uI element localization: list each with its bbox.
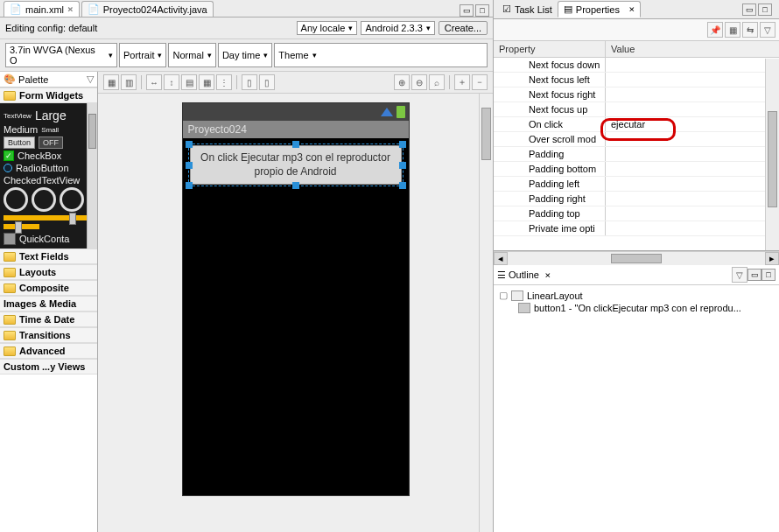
col-property[interactable]: Property — [494, 41, 606, 57]
widget-button[interactable]: Button — [4, 136, 35, 149]
widget-checkedtextview[interactable]: CheckedTextView — [4, 175, 80, 186]
uimode-dropdown[interactable]: Normal — [168, 43, 215, 67]
expand-icon[interactable]: ▢ — [499, 290, 508, 301]
prop-value[interactable] — [606, 206, 779, 220]
prop-value[interactable] — [606, 162, 779, 176]
maximize-button[interactable]: □ — [761, 269, 775, 281]
cat-composite[interactable]: Composite — [0, 280, 97, 296]
minimize-button[interactable]: ▭ — [742, 4, 756, 16]
widget-medium[interactable]: Medium — [4, 124, 38, 135]
maximize-button[interactable]: □ — [758, 4, 772, 16]
prop-value[interactable] — [606, 58, 779, 72]
tb-show-outline[interactable]: ▦ — [103, 74, 119, 90]
resize-handle[interactable] — [186, 182, 193, 189]
tb-relative[interactable]: ▯ — [242, 74, 257, 90]
resize-handle[interactable] — [399, 162, 406, 169]
resize-handle[interactable] — [186, 141, 193, 148]
prop-value[interactable] — [606, 132, 779, 146]
col-value[interactable]: Value — [606, 41, 779, 57]
prop-value[interactable] — [606, 192, 779, 206]
widget-radio[interactable]: RadioButton — [16, 163, 69, 173]
widget-quickcontact[interactable]: QuickConta — [19, 234, 69, 244]
cat-time-date[interactable]: Time & Date — [0, 312, 97, 327]
property-row[interactable]: Padding left — [494, 177, 779, 192]
widget-large[interactable]: Large — [35, 108, 67, 122]
resize-handle[interactable] — [399, 141, 406, 148]
property-row[interactable]: On clickejecutar — [494, 117, 779, 132]
property-row[interactable]: Padding bottom — [494, 162, 779, 177]
palette-scrollbar[interactable] — [87, 103, 97, 248]
property-row[interactable]: Next focus down — [494, 58, 779, 73]
property-row[interactable]: Over scroll mod — [494, 132, 779, 147]
cat-transitions[interactable]: Transitions — [0, 327, 97, 343]
cat-layouts[interactable]: Layouts — [0, 264, 97, 280]
property-row[interactable]: Padding — [494, 147, 779, 162]
properties-vscrollbar[interactable] — [765, 59, 779, 250]
prop-value[interactable] — [606, 177, 779, 191]
filter-icon[interactable]: ⇆ — [742, 22, 758, 38]
resize-handle[interactable] — [399, 182, 406, 189]
tab-activity-java[interactable]: 📄 Proyecto024Activity.java — [81, 1, 214, 17]
property-row[interactable]: Next focus up — [494, 102, 779, 117]
properties-hscrollbar[interactable]: ◂▸ — [494, 251, 779, 265]
tb-linear[interactable]: ▯ — [259, 74, 275, 90]
zoom-reset-icon[interactable]: ⊖ — [411, 74, 427, 90]
cat-text-fields[interactable]: Text Fields — [0, 248, 97, 264]
property-row[interactable]: Padding top — [494, 206, 779, 221]
outline-menu-icon[interactable]: ▽ — [732, 267, 747, 283]
tb-show-layout[interactable]: ▥ — [121, 74, 137, 90]
tb-align-v[interactable]: ↕ — [164, 74, 179, 90]
maximize-button[interactable]: □ — [475, 4, 489, 17]
cat-images-media[interactable]: Images & Media — [0, 296, 97, 312]
menu-icon[interactable]: ▽ — [760, 22, 775, 38]
pin-icon[interactable]: 📌 — [707, 22, 723, 38]
tb-align-h[interactable]: ↔ — [146, 74, 162, 90]
prop-value[interactable] — [606, 73, 779, 87]
theme-dropdown[interactable]: Theme — [274, 43, 488, 67]
resize-handle[interactable] — [186, 162, 193, 169]
prop-value[interactable] — [606, 88, 779, 102]
close-icon[interactable]: × — [67, 4, 74, 15]
tb-grid[interactable]: ▤ — [181, 74, 197, 90]
orientation-dropdown[interactable]: Portrait — [119, 43, 166, 67]
resize-handle[interactable] — [292, 141, 299, 148]
daytime-dropdown[interactable]: Day time — [218, 43, 272, 67]
prop-value[interactable] — [606, 102, 779, 116]
widget-seekbar[interactable] — [4, 215, 94, 220]
palette-menu-icon[interactable]: ▽ — [87, 74, 94, 85]
zoom-100-icon[interactable]: ⌕ — [429, 74, 445, 90]
widget-knob[interactable] — [60, 187, 84, 212]
selected-button-widget[interactable]: On click Ejecutar mp3 con el reproductor… — [188, 144, 404, 186]
tb-grid2[interactable]: ▦ — [199, 74, 214, 90]
minimize-button[interactable]: ▭ — [460, 4, 474, 17]
zoom-in-icon[interactable]: ＋ — [454, 74, 470, 90]
widget-textview[interactable]: TextView — [4, 112, 32, 120]
zoom-out-icon[interactable]: － — [472, 74, 488, 90]
tab-task-list[interactable]: ☑Task List — [497, 2, 558, 17]
cat-advanced[interactable]: Advanced — [0, 343, 97, 359]
zoom-fit-icon[interactable]: ⊕ — [394, 74, 410, 90]
close-icon[interactable]: × — [623, 4, 635, 15]
canvas-vscrollbar[interactable] — [479, 94, 493, 532]
locale-dropdown[interactable]: Any locale — [297, 21, 358, 35]
widget-knob[interactable] — [32, 187, 56, 212]
canvas-viewport[interactable]: Proyecto024 On click Ejecutar mp3 con el… — [98, 94, 493, 532]
property-row[interactable]: Private ime opti — [494, 221, 779, 236]
create-button[interactable]: Create... — [439, 21, 488, 35]
property-row[interactable]: Next focus right — [494, 88, 779, 102]
tb-dots[interactable]: ⋮ — [216, 74, 232, 90]
widget-knob[interactable] — [4, 187, 28, 212]
widget-checkbox[interactable]: CheckBox — [18, 150, 61, 161]
device-dropdown[interactable]: 3.7in WVGA (Nexus O — [5, 43, 117, 67]
widget-small[interactable]: Small — [41, 126, 59, 134]
widget-progressbar[interactable] — [4, 224, 39, 229]
property-row[interactable]: Padding right — [494, 192, 779, 206]
prop-value[interactable]: ejecutar — [606, 117, 779, 131]
prop-value[interactable] — [606, 147, 779, 161]
android-version-dropdown[interactable]: Android 2.3.3 — [361, 21, 434, 35]
cat-form-widgets[interactable]: Form Widgets — [0, 88, 97, 103]
prop-value[interactable] — [606, 221, 779, 235]
outline-root-node[interactable]: ▢ LinearLayout — [499, 289, 774, 302]
categories-icon[interactable]: ▦ — [725, 22, 740, 38]
phone-preview[interactable]: Proyecto024 On click Ejecutar mp3 con el… — [182, 102, 410, 496]
